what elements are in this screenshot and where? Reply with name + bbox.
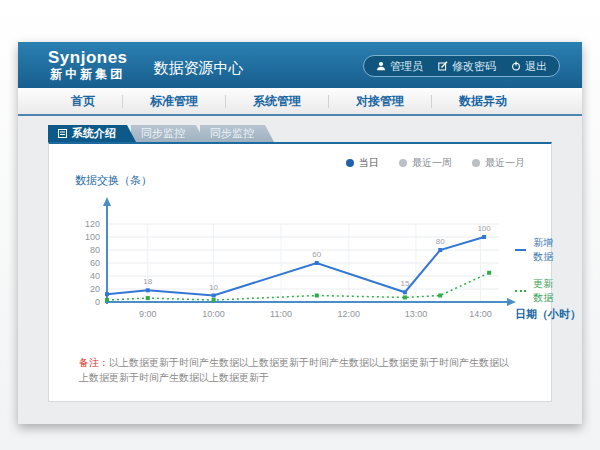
svg-text:80: 80	[436, 237, 445, 246]
svg-text:14:00: 14:00	[469, 309, 492, 319]
logout-label: 退出	[525, 59, 547, 74]
radio-dot	[346, 159, 354, 167]
svg-text:60: 60	[312, 250, 321, 259]
app-window: Synjones 新中新集团 数据资源中心 管理员 修改	[18, 42, 582, 424]
legend-swatch-dotted-line	[515, 290, 526, 292]
nav-item-interface-mgmt[interactable]: 对接管理	[329, 95, 432, 108]
logo-text-cn: 新中新集团	[48, 68, 128, 82]
legend-item-new-data: 新增数据	[515, 236, 554, 264]
svg-text:10: 10	[209, 283, 218, 292]
filter-option-last-month[interactable]: 最近一月	[472, 156, 525, 170]
user-toolbar: 管理员 修改密码 退出	[363, 55, 560, 77]
svg-text:12:00: 12:00	[338, 309, 361, 319]
svg-text:11:00: 11:00	[270, 309, 292, 319]
chart-legend: 新增数据 更新数据	[515, 236, 554, 305]
footnote-prefix: 备注：	[79, 357, 109, 368]
user-label: 管理员	[390, 59, 423, 74]
radio-label: 当日	[359, 156, 379, 170]
logout-button[interactable]: 退出	[511, 59, 547, 74]
y-axis-title: 数据交换（条）	[75, 173, 551, 188]
user-menu-button[interactable]: 管理员	[376, 59, 423, 74]
footnote: 备注：以上数据更新于时间产生数据以上数据更新于时间产生数据以上数据更新于时间产生…	[79, 356, 517, 385]
power-icon	[511, 61, 521, 71]
svg-text:60: 60	[90, 258, 100, 268]
legend-item-updated-data: 更新数据	[515, 277, 554, 305]
nav-item-system-mgmt[interactable]: 系统管理	[226, 95, 329, 108]
tab-label: 同步监控	[141, 126, 185, 141]
tab-sync-monitor-2[interactable]: 同步监控	[200, 125, 274, 142]
legend-label: 更新数据	[533, 277, 554, 305]
user-icon	[376, 61, 386, 71]
company-logo: Synjones 新中新集团	[48, 48, 128, 81]
svg-text:80: 80	[90, 245, 100, 255]
nav-item-home[interactable]: 首页	[44, 95, 123, 108]
radio-label: 最近一周	[412, 156, 452, 170]
filter-option-today[interactable]: 当日	[346, 156, 379, 170]
radio-dot	[472, 159, 480, 167]
tab-system-intro[interactable]: 系统介绍	[48, 125, 136, 142]
change-password-label: 修改密码	[452, 59, 496, 74]
content-area: 系统介绍 同步监控 同步监控 当日 最近一周	[18, 116, 582, 402]
nav-item-standard-mgmt[interactable]: 标准管理	[123, 95, 226, 108]
svg-text:20: 20	[90, 284, 100, 294]
svg-text:100: 100	[85, 232, 100, 242]
tab-bar: 系统介绍 同步监控 同步监控	[48, 125, 582, 142]
page-background: Synjones 新中新集团 数据资源中心 管理员 修改	[0, 0, 600, 450]
line-chart: 0204060801001209:0010:0011:0012:0013:001…	[63, 190, 587, 340]
svg-text:40: 40	[90, 271, 100, 281]
svg-text:日期（小时）: 日期（小时）	[515, 308, 581, 321]
svg-text:9:00: 9:00	[139, 309, 157, 319]
footnote-text: 以上数据更新于时间产生数据以上数据更新于时间产生数据以上数据更新于时间产生数据以…	[79, 357, 509, 383]
svg-text:13:00: 13:00	[405, 309, 428, 319]
legend-label: 新增数据	[533, 236, 554, 264]
svg-text:10:00: 10:00	[202, 309, 225, 319]
edit-icon	[438, 61, 448, 71]
chart-panel: 当日 最近一周 最近一月 数据交换（条） 0204060801001209:00…	[48, 142, 552, 402]
page-title: 数据资源中心	[154, 59, 244, 78]
app-header: Synjones 新中新集团 数据资源中心 管理员 修改	[18, 42, 582, 88]
tab-sync-monitor-1[interactable]: 同步监控	[131, 125, 205, 142]
chart-container: 0204060801001209:0010:0011:0012:0013:001…	[63, 190, 551, 340]
legend-swatch-solid-line	[515, 249, 526, 251]
svg-text:120: 120	[85, 219, 100, 229]
change-password-button[interactable]: 修改密码	[438, 59, 496, 74]
tab-label: 同步监控	[210, 126, 254, 141]
svg-text:0: 0	[95, 297, 100, 307]
radio-label: 最近一月	[485, 156, 525, 170]
svg-text:15: 15	[400, 279, 409, 288]
svg-text:18: 18	[143, 277, 152, 286]
svg-text:100: 100	[477, 224, 491, 233]
radio-dot	[399, 159, 407, 167]
filter-option-last-week[interactable]: 最近一周	[399, 156, 452, 170]
logo-text-en: Synjones	[48, 48, 128, 68]
tab-label: 系统介绍	[72, 126, 116, 141]
main-nav: 首页 标准管理 系统管理 对接管理 数据异动	[18, 88, 582, 116]
document-icon	[58, 129, 67, 138]
time-filter: 当日 最近一周 最近一月	[49, 144, 551, 170]
nav-item-data-change[interactable]: 数据异动	[432, 95, 534, 108]
